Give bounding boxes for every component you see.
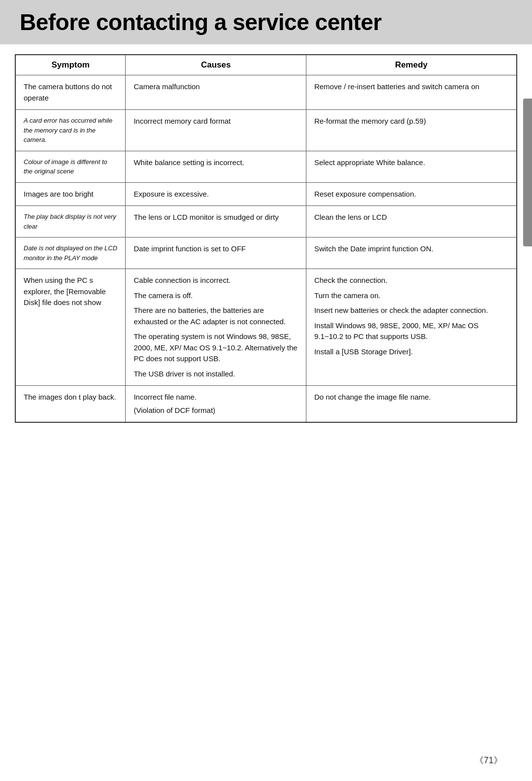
causes-cell: Incorrect memory card format xyxy=(126,110,306,151)
scrollbar[interactable] xyxy=(523,99,532,246)
remedy-cell: Check the connection.Turn the camera on.… xyxy=(306,269,517,386)
main-content: Symptom Causes Remedy The camera buttons… xyxy=(0,54,532,423)
remedy-cell: Select appropriate White balance. xyxy=(306,151,517,182)
symptom-cell: A card error has occurred while the memo… xyxy=(15,110,126,151)
table-row: A card error has occurred while the memo… xyxy=(15,110,517,151)
symptom-cell: The camera buttons do not operate xyxy=(15,75,126,110)
causes-cell: Camera malfunction xyxy=(126,75,306,110)
symptom-cell: The images don t play back. xyxy=(15,386,126,423)
table-row: The play back display is not very clearT… xyxy=(15,206,517,238)
table-row: The camera buttons do not operateCamera … xyxy=(15,75,517,110)
remedy-cell: Remove / re-insert batteries and switch … xyxy=(306,75,517,110)
symptom-cell: Images are too bright xyxy=(15,182,126,206)
causes-cell: The lens or LCD monitor is smudged or di… xyxy=(126,206,306,238)
causes-cell: Incorrect file name.(Violation of DCF fo… xyxy=(126,386,306,423)
col-remedy: Remedy xyxy=(306,55,517,75)
causes-cell: Date imprint function is set to OFF xyxy=(126,238,306,269)
remedy-cell: Clean the lens or LCD xyxy=(306,206,517,238)
page-title: Before contacting a service center xyxy=(20,9,512,35)
table-row: When using the PC s explorer, the [Remov… xyxy=(15,269,517,386)
remedy-cell: Do not change the image file name. xyxy=(306,386,517,423)
table-row: The images don t play back.Incorrect fil… xyxy=(15,386,517,423)
table-row: Colour of image is different to the orig… xyxy=(15,151,517,182)
service-table: Symptom Causes Remedy The camera buttons… xyxy=(15,54,517,423)
remedy-cell: Reset exposure compensation. xyxy=(306,182,517,206)
remedy-cell: Switch the Date imprint function ON. xyxy=(306,238,517,269)
causes-cell: White balance setting is incorrect. xyxy=(126,151,306,182)
table-row: Date is not displayed on the LCD monitor… xyxy=(15,238,517,269)
symptom-cell: Colour of image is different to the orig… xyxy=(15,151,126,182)
symptom-cell: The play back display is not very clear xyxy=(15,206,126,238)
causes-cell: Exposure is excessive. xyxy=(126,182,306,206)
page-footer: 《71》 xyxy=(475,754,502,766)
symptom-cell: Date is not displayed on the LCD monitor… xyxy=(15,238,126,269)
remedy-cell: Re-format the memory card (p.59) xyxy=(306,110,517,151)
col-causes: Causes xyxy=(126,55,306,75)
symptom-cell: When using the PC s explorer, the [Remov… xyxy=(15,269,126,386)
page-header: Before contacting a service center xyxy=(0,0,532,44)
table-row: Images are too brightExposure is excessi… xyxy=(15,182,517,206)
col-symptom: Symptom xyxy=(15,55,126,75)
causes-cell: Cable connection is incorrect.The camera… xyxy=(126,269,306,386)
